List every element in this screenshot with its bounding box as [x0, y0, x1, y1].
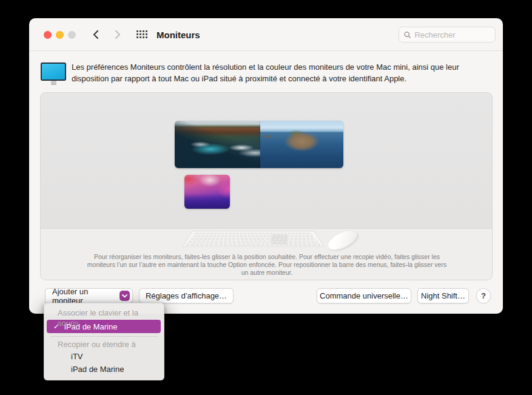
display-arrangement-panel: Pour réorganiser les moniteurs, faites-l…	[40, 92, 493, 280]
forward-button[interactable]	[112, 29, 124, 41]
show-all-preferences-button[interactable]	[136, 30, 147, 38]
menu-item-itv[interactable]: iTV	[44, 350, 164, 363]
back-button[interactable]	[89, 29, 101, 41]
toolbar: Moniteurs	[29, 18, 503, 51]
help-label: ?	[481, 291, 486, 300]
chevron-right-icon	[115, 30, 121, 39]
zoom-window-button[interactable]	[68, 31, 76, 39]
menu-section-mirror-header: Recopier ou étendre à	[44, 339, 164, 350]
description-line-1: Les préférences Moniteurs contrôlent la …	[72, 61, 490, 73]
search-input[interactable]	[414, 30, 490, 39]
minimize-window-button[interactable]	[56, 31, 64, 39]
checkmark-icon: ✓	[53, 322, 64, 331]
search-icon	[404, 31, 411, 39]
page-title: Moniteurs	[157, 30, 200, 40]
chevron-down-icon	[122, 294, 127, 298]
description-line-2: disposition par rapport à tout Mac ou iP…	[72, 73, 490, 84]
menu-section-link-header: Associer le clavier et la souris	[44, 308, 164, 319]
preferences-description: Les préférences Moniteurs contrôlent la …	[72, 61, 490, 84]
display-thumbnail-right[interactable]	[260, 121, 343, 168]
display-icon	[41, 62, 66, 86]
display-settings-label: Réglages d’affichage…	[146, 291, 227, 300]
night-shift-label: Night Shift…	[421, 291, 465, 300]
close-window-button[interactable]	[44, 31, 52, 39]
menu-item-ipad-selected[interactable]: ✓ iPad de Marine	[47, 320, 161, 333]
keyboard-illustration	[183, 229, 324, 251]
arrangement-hint: Pour réorganiser les moniteurs, faites-l…	[61, 253, 473, 277]
display-thumbnail-left[interactable]	[175, 121, 260, 168]
hint-line-2: moniteurs l’un sur l’autre en maintenant…	[61, 261, 473, 269]
display-icon-stand	[51, 81, 56, 84]
display-thumbnail-small[interactable]	[184, 175, 230, 209]
menu-separator	[50, 336, 158, 337]
display-settings-button[interactable]: Réglages d’affichage…	[139, 288, 234, 303]
desktop-background: Moniteurs Les préférences Moniteurs cont…	[0, 0, 532, 395]
menu-item-label: iPad de Marine	[64, 322, 117, 331]
displays-preferences-window: Moniteurs Les préférences Moniteurs cont…	[29, 18, 503, 314]
night-shift-button[interactable]: Night Shift…	[417, 288, 469, 303]
add-display-dropdown-badge[interactable]	[120, 291, 130, 301]
universal-control-button[interactable]: Commande universelle…	[317, 288, 411, 303]
chevron-left-icon	[92, 30, 99, 39]
add-display-button[interactable]: Ajouter un moniteur	[45, 288, 133, 303]
search-field[interactable]	[399, 27, 496, 42]
help-button[interactable]: ?	[476, 288, 491, 303]
hint-line-1: Pour réorganiser les moniteurs, faites-l…	[61, 253, 473, 261]
add-display-dropdown-menu: Associer le clavier et la souris ✓ iPad …	[44, 303, 164, 380]
add-display-label: Ajouter un moniteur	[52, 287, 120, 305]
universal-control-label: Commande universelle…	[320, 291, 408, 300]
hint-line-3: un autre moniteur.	[61, 269, 473, 277]
menu-item-ipad[interactable]: iPad de Marine	[44, 363, 164, 376]
display-icon-screen	[41, 62, 66, 81]
